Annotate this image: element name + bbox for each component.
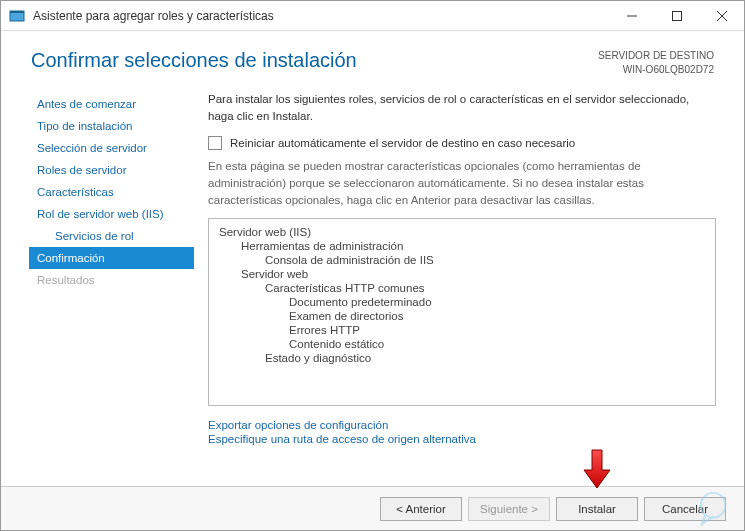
auto-restart-checkbox[interactable] <box>208 136 222 150</box>
optional-features-note: En esta página se pueden mostrar caracte… <box>208 158 716 208</box>
sidebar-item-confirmation[interactable]: Confirmación <box>29 247 194 269</box>
export-settings-link[interactable]: Exportar opciones de configuración <box>208 418 716 432</box>
page-header: Confirmar selecciones de instalación SER… <box>1 31 744 87</box>
alt-source-path-link[interactable]: Especifique una ruta de acceso de origen… <box>208 432 716 446</box>
next-button: Siguiente > <box>468 497 550 521</box>
feature-item: Examen de directorios <box>289 309 707 323</box>
window-title: Asistente para agregar roles y caracterí… <box>33 9 274 23</box>
content-area: Para instalar los siguientes roles, serv… <box>194 87 716 482</box>
links-area: Exportar opciones de configuración Espec… <box>208 418 716 446</box>
sidebar-item-features[interactable]: Características <box>29 181 194 203</box>
sidebar-item-before-you-begin[interactable]: Antes de comenzar <box>29 93 194 115</box>
minimize-button[interactable] <box>609 1 654 30</box>
cancel-button[interactable]: Cancelar <box>644 497 726 521</box>
app-icon <box>9 8 25 24</box>
sidebar-item-role-services[interactable]: Servicios de rol <box>29 225 194 247</box>
auto-restart-label: Reiniciar automáticamente el servidor de… <box>230 137 575 149</box>
feature-item: Contenido estático <box>289 337 707 351</box>
feature-item: Estado y diagnóstico <box>265 351 707 365</box>
feature-item: Características HTTP comunes <box>265 281 707 295</box>
feature-item: Herramientas de administración <box>241 239 707 253</box>
main-area: Antes de comenzar Tipo de instalación Se… <box>1 87 744 482</box>
destination-value: WIN-O60LQB02D72 <box>598 63 714 77</box>
feature-item: Consola de administración de IIS <box>265 253 707 267</box>
features-listbox[interactable]: Servidor web (IIS) Herramientas de admin… <box>208 218 716 406</box>
window-controls <box>609 1 744 30</box>
feature-item: Servidor web (IIS) <box>219 225 707 239</box>
wizard-footer: < Anterior Siguiente > Instalar Cancelar <box>1 486 744 530</box>
previous-button[interactable]: < Anterior <box>380 497 462 521</box>
sidebar-item-results: Resultados <box>29 269 194 291</box>
svg-rect-1 <box>10 11 24 13</box>
maximize-button[interactable] <box>654 1 699 30</box>
close-button[interactable] <box>699 1 744 30</box>
sidebar-item-server-roles[interactable]: Roles de servidor <box>29 159 194 181</box>
feature-item: Errores HTTP <box>289 323 707 337</box>
intro-text: Para instalar los siguientes roles, serv… <box>208 91 716 124</box>
page-title: Confirmar selecciones de instalación <box>31 49 357 72</box>
wizard-sidebar: Antes de comenzar Tipo de instalación Se… <box>29 87 194 482</box>
sidebar-item-server-selection[interactable]: Selección de servidor <box>29 137 194 159</box>
sidebar-item-iis-role[interactable]: Rol de servidor web (IIS) <box>29 203 194 225</box>
destination-label: SERVIDOR DE DESTINO <box>598 49 714 63</box>
install-button[interactable]: Instalar <box>556 497 638 521</box>
auto-restart-row: Reiniciar automáticamente el servidor de… <box>208 136 716 150</box>
feature-item: Documento predeterminado <box>289 295 707 309</box>
title-bar: Asistente para agregar roles y caracterí… <box>1 1 744 31</box>
svg-rect-3 <box>672 11 681 20</box>
feature-item: Servidor web <box>241 267 707 281</box>
destination-server-box: SERVIDOR DE DESTINO WIN-O60LQB02D72 <box>598 49 714 77</box>
sidebar-item-install-type[interactable]: Tipo de instalación <box>29 115 194 137</box>
